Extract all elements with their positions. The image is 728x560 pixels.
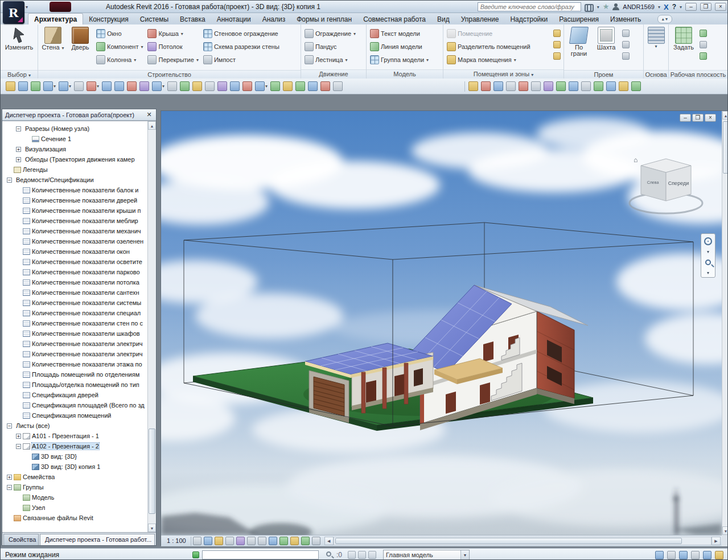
- tree-item[interactable]: Количественные показатели шкафов: [2, 328, 147, 339]
- tree-item[interactable]: Количественные показатели стен по с: [2, 318, 147, 328]
- datum-button[interactable]: ▾: [645, 26, 667, 69]
- wall-opening-button[interactable]: [620, 28, 631, 38]
- tree-item[interactable]: + Визуализация: [2, 144, 147, 154]
- filled-region-button[interactable]: ▾: [282, 81, 293, 92]
- stair-button[interactable]: Лестница▾: [303, 53, 357, 66]
- ribbon-tab[interactable]: Вид: [431, 14, 455, 24]
- undo-button[interactable]: ▾: [43, 81, 56, 92]
- split-element-button[interactable]: ▾: [332, 81, 343, 92]
- workplane-viewer-button[interactable]: ▾: [631, 81, 641, 92]
- tree-item[interactable]: Количественные показатели системы: [2, 298, 147, 308]
- default-3d-view-button[interactable]: ▾: [151, 81, 165, 92]
- analytical-model-button[interactable]: [301, 536, 310, 546]
- select-underlay-toggle[interactable]: [667, 550, 676, 560]
- tree-item[interactable]: Модель: [2, 492, 147, 503]
- tree-expander-icon[interactable]: +: [16, 157, 21, 162]
- drag-on-selection-toggle[interactable]: [702, 550, 712, 560]
- tree-item[interactable]: − Листы (все): [2, 421, 147, 431]
- ribbon-tab[interactable]: Аннотации: [211, 14, 257, 24]
- floor-tool-button[interactable]: ▾: [530, 81, 541, 92]
- tree-item[interactable]: Количественные показатели дверей: [2, 195, 147, 205]
- revit-logo[interactable]: R: [3, 1, 24, 24]
- project-browser-header[interactable]: Диспетчер проекта - Готовая работа(проек…: [2, 109, 156, 121]
- tree-expander-icon[interactable]: +: [16, 434, 21, 439]
- panel-label-workplane[interactable]: Рабочая плоскость: [669, 70, 727, 79]
- tree-expander-icon[interactable]: −: [7, 423, 12, 429]
- design-options-caret-icon[interactable]: ▼: [460, 550, 469, 559]
- ribbon-tab[interactable]: Формы и генплан: [291, 14, 357, 24]
- gray-inactive-icon[interactable]: [358, 551, 366, 559]
- help-caret-icon[interactable]: ▾: [680, 5, 682, 10]
- scroll-up-icon[interactable]: ▲: [148, 121, 156, 130]
- rendering-dialog-button[interactable]: [236, 536, 245, 546]
- scroll-right-icon[interactable]: ▶: [711, 537, 721, 545]
- curtain-grid-button[interactable]: Схема разрезки стены: [201, 40, 281, 53]
- wall-button[interactable]: Стена ▾: [40, 26, 66, 69]
- mullion-button[interactable]: Импост: [201, 53, 281, 66]
- save-button[interactable]: ▾: [18, 81, 28, 92]
- ribbon-tab[interactable]: Изменить: [604, 14, 647, 24]
- tree-item[interactable]: − Разрезы (Номер узла): [2, 123, 147, 134]
- 3d-scene[interactable]: Слева Спереди ⌂: [161, 111, 722, 535]
- tree-expander-icon[interactable]: +: [7, 475, 12, 480]
- tree-expander-icon[interactable]: −: [16, 444, 21, 449]
- ribbon-tab[interactable]: Надстройки: [504, 14, 553, 24]
- dimension-tool-button[interactable]: ▾: [606, 81, 616, 92]
- ceiling-button[interactable]: Потолок: [146, 40, 200, 53]
- panel-label-rooms[interactable]: Помещения и зоны ▾: [443, 69, 564, 79]
- text-button[interactable]: ▾: [126, 81, 137, 92]
- detail-line-button[interactable]: ▾: [270, 81, 281, 92]
- tree-item[interactable]: 3D вид: {3D}: [2, 451, 147, 462]
- vertical-opening-button[interactable]: [620, 39, 631, 50]
- viewcube-home-icon[interactable]: ⌂: [634, 156, 637, 164]
- minimize-button[interactable]: –: [685, 3, 697, 11]
- workset-field[interactable]: [202, 550, 319, 559]
- hscroll-thumb[interactable]: [335, 538, 682, 544]
- sun-settings-button[interactable]: ▾: [192, 81, 203, 92]
- status-magnifier-icon[interactable]: [326, 551, 331, 557]
- panel-label-circulation[interactable]: Движение: [301, 69, 366, 79]
- sync-with-central-button[interactable]: ▾: [30, 81, 41, 92]
- zoom-caret-icon[interactable]: ▾: [707, 270, 709, 275]
- angular-dimension-button[interactable]: ▾: [114, 81, 125, 92]
- horizontal-scrollbar[interactable]: ◀ ▶: [324, 537, 721, 546]
- tree-item[interactable]: Количественные показатели электрич: [2, 349, 147, 359]
- vscroll-thumb[interactable]: [723, 121, 728, 174]
- tree-item[interactable]: Количественные показатели крыши п: [2, 205, 147, 216]
- door-button[interactable]: Дверь: [67, 26, 93, 69]
- lock-3d-view-button[interactable]: [268, 536, 278, 546]
- section-button[interactable]: ▾: [167, 81, 178, 92]
- workset-status-icon[interactable]: [192, 551, 199, 558]
- shaft-button[interactable]: Шахта: [593, 26, 619, 69]
- tree-item[interactable]: Количественные показатели осветите: [2, 257, 147, 267]
- tree-item[interactable]: Спецификация помещений: [2, 410, 147, 421]
- close-button[interactable]: ×: [715, 3, 726, 11]
- viewcube-front-label[interactable]: Спереди: [668, 180, 689, 186]
- area-tag-button[interactable]: [552, 51, 562, 61]
- panel-label-select[interactable]: Выбор ▾: [1, 70, 38, 79]
- tree-item[interactable]: Количественные показатели меблир: [2, 216, 147, 226]
- tab-properties[interactable]: Свойства: [3, 534, 39, 545]
- redo-button[interactable]: ▾: [58, 81, 72, 92]
- panel-label-build[interactable]: Строительство: [38, 70, 301, 79]
- print-button[interactable]: ▾: [73, 81, 84, 92]
- ribbon-tab[interactable]: Конструкция: [83, 14, 134, 24]
- level-tool-button[interactable]: ▾: [568, 81, 579, 92]
- model-group-button[interactable]: Группа модели▾: [368, 53, 430, 66]
- tree-expander-icon[interactable]: −: [7, 178, 12, 183]
- search-caret-icon[interactable]: ▾: [597, 5, 599, 10]
- tree-item[interactable]: Количественные показатели специал: [2, 308, 147, 318]
- ribbon-tab[interactable]: Расширения: [553, 14, 604, 24]
- editable-only-icon[interactable]: [348, 551, 356, 559]
- panel-label-datum[interactable]: Основа: [644, 70, 668, 79]
- tree-item[interactable]: Количественные показатели озеленен: [2, 236, 147, 246]
- tree-item[interactable]: − Группы: [2, 482, 147, 492]
- tag-by-category-button[interactable]: ▾: [139, 81, 150, 92]
- modify-button[interactable]: Изменить: [6, 26, 32, 69]
- tree-item[interactable]: + A101 - Презентация - 1: [2, 431, 147, 441]
- displacement-sets-button[interactable]: [311, 536, 321, 546]
- opening-tool-button[interactable]: ▾: [618, 81, 629, 92]
- tree-item[interactable]: Легенды: [2, 164, 147, 175]
- tree-item[interactable]: Спецификация площадей (Всего по зд: [2, 400, 147, 410]
- column-tool-button[interactable]: ▾: [505, 81, 516, 92]
